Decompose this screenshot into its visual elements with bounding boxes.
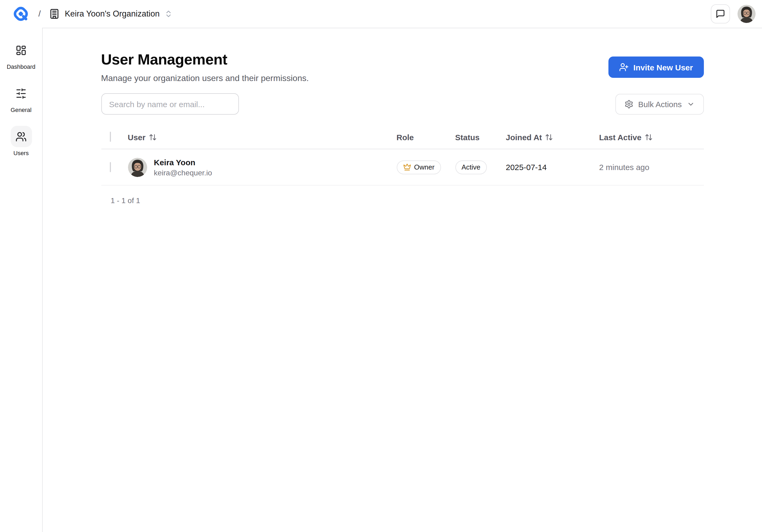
brand-logo-icon[interactable] [13,6,29,22]
gear-icon [624,100,634,108]
user-avatar[interactable] [737,5,756,23]
chevron-down-icon [687,100,695,108]
breadcrumb-separator: / [38,9,41,19]
joined-at-value: 2025-07-14 [506,163,599,172]
sort-arrows-icon [645,133,653,141]
bulk-actions-label: Bulk Actions [638,100,682,108]
status-label: Active [462,163,481,171]
chat-bubble-icon [716,9,725,19]
users-icon [16,131,27,142]
table-controls: Bulk Actions [101,93,704,115]
sidebar-item-users[interactable]: Users [2,126,40,156]
org-switcher[interactable]: Keira Yoon's Organization [49,9,173,19]
chat-button[interactable] [711,4,730,24]
row-avatar [128,158,147,177]
dashboard-grid-icon [16,44,27,56]
pagination-summary: 1 - 1 of 1 [101,196,704,205]
users-table: User Role Status Joined At [101,125,704,205]
user-name: Keira Yoon [154,158,212,166]
sidebar-item-label: General [11,106,32,113]
sliders-icon [16,88,27,99]
user-email: keira@chequer.io [154,168,212,177]
page-title: User Management [101,51,309,68]
column-header-user[interactable]: User [128,132,397,142]
last-active-value: 2 minutes ago [599,163,704,172]
building-icon [49,9,60,19]
invite-new-user-button[interactable]: Invite New User [608,56,704,78]
sidebar-item-dashboard[interactable]: Dashboard [2,39,40,70]
table-row[interactable]: Keira Yoon keira@chequer.io Owner [101,149,704,185]
role-badge: Owner [397,160,441,174]
sort-arrows-icon [545,133,553,141]
page-header: User Management Manage your organization… [101,51,704,83]
table-header-row: User Role Status Joined At [101,125,704,149]
user-cell: Keira Yoon keira@chequer.io [128,158,397,177]
column-header-last-active[interactable]: Last Active [599,132,704,142]
main-content: User Management Manage your organization… [43,28,762,532]
crown-icon [403,163,411,171]
column-header-role: Role [397,132,455,142]
select-all-checkbox[interactable] [110,132,111,142]
app-window: / Keira Yoon's Organization [0,0,762,532]
search-input[interactable] [101,93,239,115]
status-badge: Active [455,160,487,174]
sidebar-item-label: Dashboard [7,63,36,70]
topbar-actions [711,4,756,24]
user-plus-icon [619,62,629,72]
sort-arrows-icon [149,133,157,141]
column-header-status: Status [455,132,506,142]
topbar: / Keira Yoon's Organization [0,0,762,28]
sidebar-item-general[interactable]: General [2,83,40,113]
page-subtitle: Manage your organization users and their… [101,74,309,83]
org-name: Keira Yoon's Organization [65,9,160,19]
sidebar-item-label: Users [13,150,29,156]
row-checkbox[interactable] [110,162,111,172]
invite-new-user-label: Invite New User [634,63,693,72]
sidebar: Dashboard General [0,28,43,532]
column-header-joined[interactable]: Joined At [506,132,599,142]
bulk-actions-button[interactable]: Bulk Actions [615,94,704,114]
chevrons-up-down-icon [165,10,173,18]
role-label: Owner [414,163,434,171]
